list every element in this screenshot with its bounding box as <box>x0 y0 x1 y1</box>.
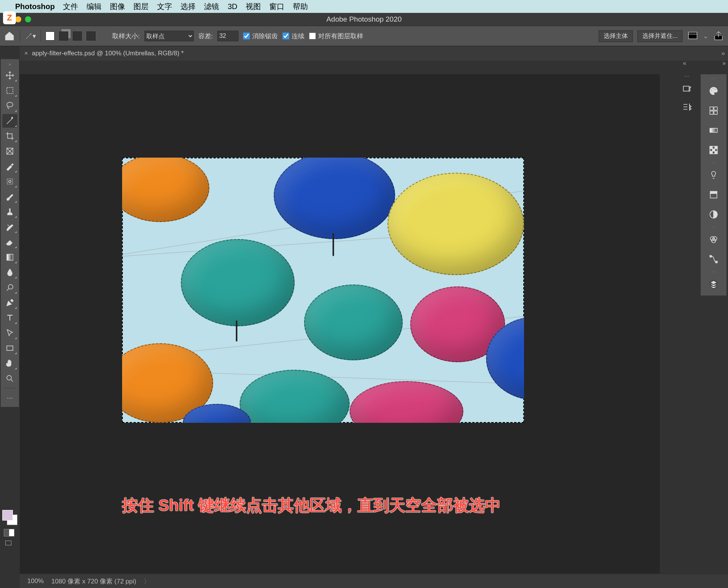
healing-brush-tool[interactable] <box>2 175 17 188</box>
contiguous-checkbox[interactable]: 连续 <box>282 32 304 41</box>
selection-intersect-icon[interactable] <box>86 31 96 41</box>
tool-preset-wand-icon[interactable]: ▾ <box>25 30 36 42</box>
pen-tool[interactable] <box>2 296 17 310</box>
menu-view[interactable]: 视图 <box>246 2 261 12</box>
layers-panel-icon[interactable] <box>701 275 726 293</box>
umbrella <box>304 285 403 360</box>
umbrella <box>274 158 395 239</box>
selection-add-icon[interactable] <box>59 31 68 41</box>
swatches-panel-icon[interactable] <box>701 102 726 120</box>
select-and-mask-button[interactable]: 选择并遮住... <box>637 30 682 42</box>
selection-subtract-icon[interactable] <box>73 31 82 41</box>
foreground-color[interactable] <box>2 510 13 521</box>
svg-rect-25 <box>710 151 712 154</box>
edit-toolbar-button[interactable]: ⋯ <box>2 391 17 405</box>
color-panel-icon[interactable] <box>701 82 726 100</box>
svg-point-15 <box>715 89 716 90</box>
menu-window[interactable]: 窗口 <box>269 2 284 12</box>
hand-tool[interactable] <box>2 357 17 370</box>
umbrella <box>350 381 463 423</box>
instruction-overlay-text: 按住 Shift 键继续点击其他区域，直到天空全部被选中 <box>122 495 501 516</box>
sample-size-select[interactable]: 取样点 <box>144 31 194 41</box>
path-select-tool[interactable] <box>2 326 17 340</box>
doc-dimensions[interactable]: 1080 像素 x 720 像素 (72 ppi) <box>51 577 136 586</box>
selection-new-icon[interactable] <box>46 31 55 41</box>
zoom-tool[interactable] <box>2 372 17 385</box>
status-menu-icon[interactable]: 〉 <box>144 577 150 586</box>
frame-tool[interactable] <box>2 144 17 158</box>
adjustments-panel-icon[interactable] <box>701 205 726 224</box>
mac-menubar: Photoshop 文件 编辑 图像 图层 文字 选择 滤镜 3D 视图 窗口 … <box>0 0 728 13</box>
select-subject-button[interactable]: 选择主体 <box>599 30 633 42</box>
home-icon[interactable] <box>4 30 15 42</box>
lasso-tool[interactable] <box>2 99 17 113</box>
document-canvas[interactable] <box>122 158 524 423</box>
menu-layer[interactable]: 图层 <box>133 2 149 12</box>
eyedropper-tool[interactable] <box>2 160 17 173</box>
sample-size-label: 取样大小: <box>112 32 140 41</box>
menu-type[interactable]: 文字 <box>157 2 172 12</box>
tab-collapse-icon[interactable]: » <box>722 50 725 57</box>
color-swatches[interactable] <box>2 510 17 525</box>
zoom-window-button[interactable] <box>25 16 31 22</box>
document-tab-bar: × apply-filter-effects.psd @ 100% (Umbre… <box>20 46 728 61</box>
svg-rect-7 <box>7 254 13 260</box>
menu-image[interactable]: 图像 <box>110 2 125 12</box>
magic-wand-tool[interactable] <box>2 114 17 128</box>
app-menu[interactable]: Photoshop <box>15 2 55 11</box>
clone-stamp-tool[interactable] <box>2 205 17 219</box>
panel-collapse-icon[interactable]: » <box>722 60 726 67</box>
svg-rect-17 <box>714 107 717 110</box>
gradients-panel-icon[interactable] <box>701 121 726 139</box>
canvas-area[interactable]: 按住 Shift 键继续点击其他区域，直到天空全部被选中 <box>20 74 660 574</box>
options-bar: ▾ 取样大小: 取样点 容差: 消除锯齿 连续 对所有图层取样 选择主体 选择并… <box>0 26 728 46</box>
channels-panel-icon[interactable] <box>701 230 726 249</box>
tolerance-input[interactable] <box>217 31 238 41</box>
svg-rect-5 <box>7 179 13 184</box>
status-bar: 100% 1080 像素 x 720 像素 (72 ppi) 〉 <box>20 574 728 588</box>
workspace-switcher-icon[interactable] <box>687 30 698 42</box>
libraries-panel-icon[interactable] <box>701 186 726 204</box>
screen-mode-button[interactable] <box>4 540 13 549</box>
menu-select[interactable]: 选择 <box>180 2 196 12</box>
umbrella <box>122 158 209 222</box>
menu-filter[interactable]: 滤镜 <box>204 2 219 12</box>
type-tool[interactable] <box>2 311 17 325</box>
move-tool[interactable] <box>2 69 17 82</box>
svg-rect-16 <box>710 107 713 110</box>
zoom-level[interactable]: 100% <box>27 577 44 585</box>
menu-edit[interactable]: 编辑 <box>86 2 102 12</box>
paths-panel-icon[interactable] <box>701 250 726 268</box>
svg-rect-11 <box>6 541 11 545</box>
umbrella <box>240 370 350 423</box>
svg-rect-24 <box>712 149 715 152</box>
gradient-tool[interactable] <box>2 250 17 264</box>
tab-close-icon[interactable]: × <box>24 50 28 57</box>
svg-point-0 <box>31 33 31 34</box>
macz-logo-icon: Z <box>3 11 16 24</box>
blur-tool[interactable] <box>2 266 17 279</box>
minimize-window-button[interactable] <box>15 16 21 22</box>
all-layers-checkbox[interactable]: 对所有图层取样 <box>309 32 363 41</box>
history-panel-icon[interactable] <box>677 81 697 96</box>
svg-rect-9 <box>7 346 13 350</box>
patterns-panel-icon[interactable] <box>701 141 726 159</box>
actions-panel-icon[interactable] <box>677 99 697 114</box>
tools-panel: » ⋯ <box>1 59 19 407</box>
dodge-tool[interactable] <box>2 281 17 294</box>
dock-collapse-icon[interactable]: « <box>683 60 686 67</box>
history-brush-tool[interactable] <box>2 220 17 234</box>
menu-file[interactable]: 文件 <box>63 2 78 12</box>
menu-3d[interactable]: 3D <box>228 2 237 11</box>
crop-tool[interactable] <box>2 129 17 143</box>
anti-alias-checkbox[interactable]: 消除锯齿 <box>243 32 278 41</box>
eraser-tool[interactable] <box>2 235 17 249</box>
marquee-tool[interactable] <box>2 84 17 97</box>
quick-mask-toggle[interactable] <box>4 529 14 536</box>
properties-panel-icon[interactable] <box>701 166 726 184</box>
share-icon[interactable] <box>713 30 724 42</box>
brush-tool[interactable] <box>2 190 17 203</box>
rectangle-tool[interactable] <box>2 341 17 355</box>
document-tab-title[interactable]: apply-filter-effects.psd @ 100% (Umbrell… <box>32 50 184 57</box>
menu-help[interactable]: 帮助 <box>293 2 308 12</box>
